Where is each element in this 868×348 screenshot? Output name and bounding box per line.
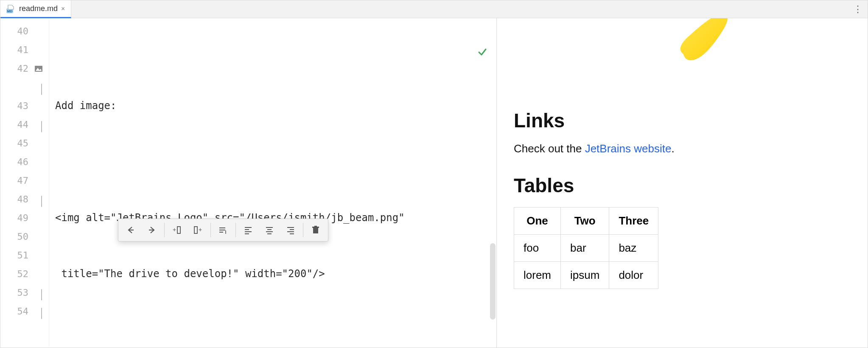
- svg-text:+: +: [173, 226, 176, 233]
- vertical-scrollbar[interactable]: [490, 243, 496, 320]
- insert-row-button[interactable]: [213, 221, 234, 239]
- svg-text:+: +: [199, 226, 202, 233]
- preview-table: One Two Three foo bar baz lorem ipsum do…: [514, 207, 658, 289]
- align-center-button[interactable]: [259, 221, 280, 239]
- fold-handle-icon[interactable]: [41, 84, 47, 90]
- fold-handle-icon[interactable]: [41, 196, 47, 202]
- toolbar-separator: [235, 223, 236, 237]
- align-right-button[interactable]: [280, 221, 301, 239]
- code-text: title="The drive to develop!" width="200…: [55, 264, 325, 283]
- svg-rect-10: [194, 227, 197, 233]
- line-number[interactable]: 42: [0, 59, 49, 78]
- editor-gutter: 40 41 42 43 44 45 46 47 48 49 50 51 5: [0, 18, 49, 348]
- close-tab-icon[interactable]: ×: [61, 5, 65, 13]
- svg-rect-9: [177, 227, 180, 233]
- insert-column-before-button[interactable]: +: [166, 221, 188, 239]
- preview-link-jetbrains[interactable]: JetBrains website: [585, 142, 672, 155]
- svg-rect-28: [313, 228, 318, 233]
- line-number[interactable]: 41: [0, 40, 49, 59]
- line-number[interactable]: 46: [0, 152, 49, 171]
- line-number[interactable]: 50: [0, 227, 49, 246]
- line-number[interactable]: 43: [0, 96, 49, 115]
- line-number[interactable]: 52: [0, 264, 49, 283]
- table-floating-toolbar: + +: [118, 219, 328, 241]
- preview-paragraph: Check out the JetBrains website.: [514, 142, 851, 155]
- table-header-cell: Two: [561, 208, 609, 235]
- markdown-file-icon: MD: [6, 4, 16, 14]
- table-nav-back-button[interactable]: [120, 221, 141, 239]
- fold-handle-icon[interactable]: [41, 289, 47, 295]
- line-number[interactable]: 40: [0, 22, 49, 40]
- code-editor[interactable]: Add image: <img alt="JetBrains Logo" src…: [49, 18, 496, 348]
- jetbrains-logo-image: [666, 18, 734, 73]
- tabbar-overflow-menu-icon[interactable]: ⋮: [853, 0, 862, 18]
- line-number[interactable]: 47: [0, 171, 49, 190]
- table-cell: foo: [514, 235, 561, 262]
- table-cell: ipsum: [561, 262, 609, 289]
- table-nav-forward-button[interactable]: [141, 221, 162, 239]
- code-text: Add image:: [55, 96, 117, 115]
- editor-pane: 40 41 42 43 44 45 46 47 48 49 50 51 5: [0, 18, 497, 348]
- fold-handle-icon[interactable]: [41, 121, 47, 127]
- toolbar-separator: [210, 223, 211, 237]
- align-left-button[interactable]: [238, 221, 259, 239]
- table-row: foo bar baz: [514, 235, 658, 262]
- table-header-cell: One: [514, 208, 561, 235]
- svg-rect-30: [314, 226, 317, 227]
- image-gutter-icon[interactable]: [34, 65, 42, 72]
- preview-heading-tables: Tables: [514, 174, 851, 197]
- table-cell: baz: [609, 235, 658, 262]
- table-cell: bar: [561, 235, 609, 262]
- insert-column-after-button[interactable]: +: [188, 221, 209, 239]
- table-row: lorem ipsum dolor: [514, 262, 658, 289]
- line-number[interactable]: 44: [0, 115, 49, 134]
- file-tab-readme[interactable]: MD readme.md ×: [0, 0, 71, 18]
- toolbar-separator: [303, 223, 303, 237]
- preview-heading-links: Links: [514, 109, 851, 132]
- line-number[interactable]: [0, 78, 49, 96]
- editor-tabbar: MD readme.md × ⋮: [0, 0, 868, 18]
- line-number[interactable]: 45: [0, 134, 49, 152]
- fold-handle-icon[interactable]: [41, 308, 47, 314]
- markdown-preview-pane: Links Check out the JetBrains website. T…: [497, 18, 868, 348]
- line-number[interactable]: 49: [0, 208, 49, 227]
- line-number[interactable]: 51: [0, 246, 49, 264]
- svg-text:MD: MD: [7, 9, 13, 13]
- inspection-ok-icon[interactable]: [428, 25, 487, 81]
- line-number[interactable]: 48: [0, 190, 49, 208]
- workspace: 40 41 42 43 44 45 46 47 48 49 50 51 5: [0, 18, 868, 348]
- toolbar-separator: [164, 223, 165, 237]
- line-number[interactable]: 53: [0, 283, 49, 302]
- tab-filename: readme.md: [19, 4, 58, 13]
- table-header-cell: Three: [609, 208, 658, 235]
- delete-button[interactable]: [305, 221, 326, 239]
- table-cell: lorem: [514, 262, 561, 289]
- line-number[interactable]: 54: [0, 302, 49, 320]
- table-cell: dolor: [609, 262, 658, 289]
